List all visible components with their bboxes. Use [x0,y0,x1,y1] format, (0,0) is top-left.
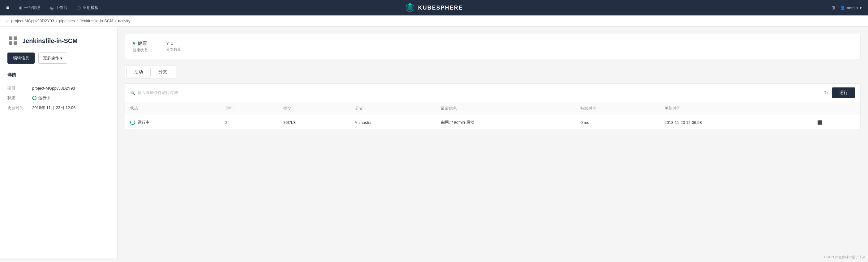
stat-branches: ⑂ 1 分支数量 [166,40,181,53]
update-time-value: 2018年 11月 23日 12:06 [32,105,75,110]
more-actions-button[interactable]: 更多操作 ▾ [38,53,67,64]
stats-bar: ♥ 健康 健康状态 ⑂ 1 分支数量 [125,34,861,59]
user-menu[interactable]: 👤 admin ▾ [840,6,862,10]
breadcrumb-project[interactable]: project-MGppvJ8D2Y93 [11,19,54,23]
cell-commit: 76f7b3 [278,115,350,130]
detail-project: 项目: project-MGppvJ8D2Y93 [7,85,110,91]
tab-branch[interactable]: 分支 [151,67,175,77]
branch-icon: ⑂ [166,40,169,46]
platform-icon: ⊞ [19,6,22,10]
main-layout: Jenkinsfile-in-SCM 编辑信息 更多操作 ▾ 详情 项目: pr… [0,27,868,258]
action-buttons: 编辑信息 更多操作 ▾ [7,53,110,64]
branch-cell-icon: ⑂ [355,120,358,125]
pipeline-icon [7,35,19,46]
menu-collapse-icon[interactable]: ≡ [6,5,9,10]
appstore-label: 应用模板 [83,5,99,10]
breadcrumb-sep-2: / [77,19,78,23]
col-status: 状态 [125,102,220,115]
status-cell-text: 运行中 [138,120,150,125]
branch-cell-text: master [360,120,372,125]
heart-icon: ♥ [133,41,136,46]
watermark: CSDN @在森林中慢了下来 [825,255,866,258]
table-header-row: 状态 运行 提交 分支 最后信息 持续时间 更新时间 [125,102,860,115]
update-time-label: 更新时间: [7,105,32,110]
col-update-time: 更新时间 [659,102,812,115]
back-arrow-icon[interactable]: ‹ [6,19,7,23]
search-bar: 🔍 输入查询条件进行过滤 ↻ 运行 [125,84,860,102]
platform-label: 平台管理 [24,5,40,10]
activity-table: 状态 运行 提交 分支 最后信息 持续时间 更新时间 运行中276f7b3⑂ma… [125,102,860,130]
nav-right: ⊞ 👤 admin ▾ [832,5,862,10]
breadcrumb-jenkins[interactable]: Jenkinsfile-in-SCM [80,19,113,23]
search-icon: 🔍 [130,91,135,95]
col-run: 运行 [220,102,278,115]
svg-rect-3 [9,36,12,40]
username-label: admin [847,6,858,10]
project-label: 项目: [7,85,32,91]
breadcrumb-current: activity [118,19,130,23]
project-value: project-MGppvJ8D2Y93 [32,86,75,91]
stat-branches-text: 1 [171,40,173,46]
running-circle-icon [130,120,135,125]
site-logo: KUBESPHERE [405,3,463,13]
svg-rect-5 [9,41,12,45]
status-value: 运行中 [32,95,51,101]
search-placeholder: 输入查询条件进行过滤 [138,90,178,95]
cell-run: 2 [220,115,278,130]
detail-update-time: 更新时间: 2018年 11月 23日 12:06 [7,105,110,110]
stat-health-text: 健康 [138,40,147,46]
svg-marker-2 [408,3,412,6]
breadcrumb-pipelines[interactable]: pipelines [59,19,75,23]
grid-icon[interactable]: ⊞ [832,5,835,10]
nav-item-platform[interactable]: ⊞ 平台管理 [19,5,40,10]
more-actions-label: 更多操作 [43,55,59,61]
detail-status: 状态: 运行中 [7,95,110,101]
nav-item-workspace[interactable]: ◎ 工作台 [50,5,67,10]
right-panel: ♥ 健康 健康状态 ⑂ 1 分支数量 活动 分支 🔍 [118,27,868,258]
stat-branches-title: ⑂ 1 [166,40,181,46]
row-action-icon[interactable]: ⬛ [817,120,822,125]
col-branch: 分支 [350,102,436,115]
cell-duration: 0 ms [576,115,659,130]
svg-rect-4 [13,36,17,40]
edit-info-button[interactable]: 编辑信息 [7,53,35,64]
col-commit: 提交 [278,102,350,115]
tabs-row: 活动 分支 [125,65,176,78]
cell-update-time: 2018-11-23 12:06:58 [659,115,812,130]
logo-svg-icon [405,3,415,13]
stat-health: ♥ 健康 健康状态 [133,40,148,53]
workspace-icon: ◎ [50,6,54,10]
table-row[interactable]: 运行中276f7b3⑂master由用户 admin 启动0 ms2018-11… [125,115,860,130]
nav-item-appstore[interactable]: ⊟ 应用模板 [78,5,99,10]
cell-actions[interactable]: ⬛ [812,115,860,130]
breadcrumb-sep-1: / [56,19,57,23]
cell-status: 运行中 [125,115,220,130]
cell-last-info: 由用户 admin 启动 [436,115,576,130]
logo-text: KUBESPHERE [418,5,463,11]
col-duration: 持续时间 [576,102,659,115]
user-avatar-icon: 👤 [840,6,845,10]
table-container: 🔍 输入查询条件进行过滤 ↻ 运行 状态 运行 提交 分支 最后信息 [125,84,861,130]
stat-health-title: ♥ 健康 [133,40,148,46]
run-button[interactable]: 运行 [832,88,855,98]
search-input-wrap: 🔍 输入查询条件进行过滤 [130,90,820,95]
more-actions-chevron-icon: ▾ [60,56,62,61]
left-panel: Jenkinsfile-in-SCM 编辑信息 更多操作 ▾ 详情 项目: pr… [0,27,118,258]
stat-health-subtitle: 健康状态 [133,47,148,53]
cell-branch: ⑂master [350,115,436,130]
appstore-icon: ⊟ [78,6,81,10]
status-circle-icon [32,96,36,100]
pipeline-title: Jenkinsfile-in-SCM [22,37,78,44]
tab-activity[interactable]: 活动 [126,67,151,77]
breadcrumb: ‹ project-MGppvJ8D2Y93 / pipelines / Jen… [0,15,868,27]
workspace-label: 工作台 [55,5,67,10]
user-chevron-icon: ▾ [860,6,862,10]
status-label: 状态: [7,95,32,101]
nav-left: ≡ ⊞ 平台管理 ◎ 工作台 ⊟ 应用模板 [6,5,99,10]
refresh-icon[interactable]: ↻ [824,90,828,96]
search-actions: ↻ 运行 [824,88,855,98]
stat-branches-subtitle: 分支数量 [166,47,181,52]
details-section-title: 详情 [7,72,110,80]
col-last-info: 最后信息 [436,102,576,115]
col-actions [812,102,860,115]
